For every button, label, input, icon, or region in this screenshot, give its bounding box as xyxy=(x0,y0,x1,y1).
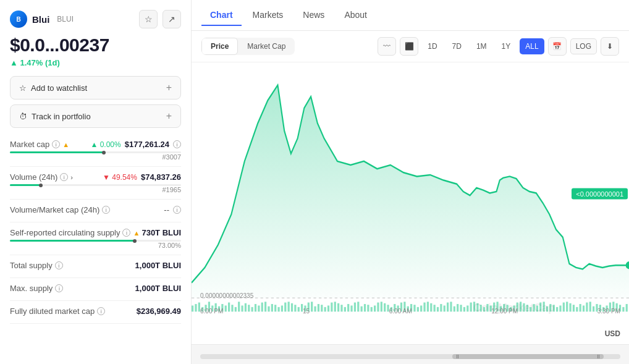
circ-supply-progress xyxy=(10,240,181,242)
volume-rank: #1965 xyxy=(10,186,181,193)
price-badge: <0.0000000001 xyxy=(572,188,628,200)
candle-chart-icon[interactable]: ⬛ xyxy=(400,37,418,56)
market-cap-rank: #3007 xyxy=(10,153,181,161)
market-cap-value: $177,261.24 xyxy=(125,140,169,149)
vol-mc-info-icon[interactable]: i xyxy=(102,206,110,214)
time-1y[interactable]: 1Y xyxy=(496,38,517,54)
right-panel: Chart Markets News About Price Market Ca… xyxy=(192,0,629,364)
portfolio-plus-icon: + xyxy=(166,111,172,122)
fdmc-row: Fully diluted market cap i $236,969.49 xyxy=(10,301,181,324)
top-nav: Chart Markets News About xyxy=(192,0,629,31)
download-icon[interactable]: ⬇ xyxy=(601,37,619,56)
calendar-icon[interactable]: 📅 xyxy=(548,37,567,56)
portfolio-icon: ⏱ xyxy=(19,112,27,121)
price-change: ▲ 1.47% (1d) xyxy=(10,58,181,67)
chart-area: <0.0000000001 0.00000000002335 CoinMarke… xyxy=(192,62,629,364)
axis-label: 0.00000000002335 xyxy=(200,292,253,299)
chart-area-fill xyxy=(192,85,629,298)
log-button[interactable]: LOG xyxy=(570,38,597,54)
portfolio-label: Track in portfolio xyxy=(32,112,91,121)
scrollbar-right-handle[interactable]: ⏸ xyxy=(596,353,601,360)
coin-symbol: BLUI xyxy=(57,15,74,23)
volume-change: ▼ 49.54% xyxy=(103,173,137,182)
time-1m[interactable]: 1M xyxy=(471,38,492,54)
max-supply-info[interactable]: i xyxy=(55,284,63,292)
time-label-2: 6:00 AM xyxy=(389,308,412,315)
time-label-0: 6:00 PM xyxy=(200,308,223,315)
time-7d[interactable]: 7D xyxy=(447,38,467,54)
tab-markets[interactable]: Markets xyxy=(244,5,292,26)
scrollbar-track: ⏸ ⏸ xyxy=(200,354,620,359)
price-tab[interactable]: Price xyxy=(201,38,238,55)
total-supply-label: Total supply i xyxy=(10,261,63,270)
vol-mc-value: -- xyxy=(164,205,169,214)
left-panel: B Blui BLUI ☆ ↗ $0.0...00237 ▲ 1.47% (1d… xyxy=(0,0,192,364)
watchlist-icon: ☆ xyxy=(19,83,27,93)
volume-market-cap-row: Volume/Market cap (24h) i -- i xyxy=(10,200,181,222)
max-supply-label: Max. supply i xyxy=(10,284,63,293)
usd-label: USD xyxy=(605,329,620,338)
volume-info-icon[interactable]: i xyxy=(60,173,68,181)
coin-header: B Blui BLUI ☆ ↗ xyxy=(10,10,181,28)
scrollbar-left-handle[interactable]: ⏸ xyxy=(455,353,460,360)
market-cap-change: ▲ 0.00% xyxy=(90,140,120,149)
time-label-4: 3:30 PM xyxy=(597,308,620,315)
circ-supply-info[interactable]: i xyxy=(122,229,130,237)
price-display: $0.0...00237 xyxy=(10,35,181,56)
circ-supply-percent: 73.00% xyxy=(10,242,181,249)
circ-supply-warn: ▲ xyxy=(133,229,140,237)
volume-progress xyxy=(10,184,181,186)
watchlist-label: Add to watchlist xyxy=(31,83,87,93)
track-in-portfolio-button[interactable]: ⏱ Track in portfolio + xyxy=(10,104,181,128)
price-marketcap-toggle: Price Market Cap xyxy=(201,38,295,55)
fdmc-value: $236,969.49 xyxy=(137,307,181,316)
market-cap-row: Market cap i ▲ ▲ 0.00% $177,261.24 i #30… xyxy=(10,134,181,167)
scrollbar-thumb[interactable]: ⏸ ⏸ xyxy=(452,354,604,359)
coin-name: Blui xyxy=(32,14,49,25)
total-supply-info[interactable]: i xyxy=(55,261,63,269)
total-supply-value: 1,000T BLUI xyxy=(135,261,181,270)
chart-scrollbar[interactable]: ⏸ ⏸ xyxy=(192,344,629,364)
time-labels: 6:00 PM 15 6:00 AM 12:00 PM 3:30 PM xyxy=(192,308,629,315)
market-cap-info-icon[interactable]: i xyxy=(52,140,60,148)
coin-identity: B Blui BLUI xyxy=(10,11,74,28)
market-cap-tab[interactable]: Market Cap xyxy=(238,38,295,55)
max-supply-value: 1,000T BLUI xyxy=(135,284,181,293)
share-button[interactable]: ↗ xyxy=(163,10,181,28)
fdmc-info[interactable]: i xyxy=(97,307,105,315)
tab-about[interactable]: About xyxy=(336,5,376,26)
circulating-supply-row: Self-reported circulating supply i ▲ 730… xyxy=(10,222,181,255)
max-supply-row: Max. supply i 1,000T BLUI xyxy=(10,278,181,301)
market-cap-warn-icon: ▲ xyxy=(62,141,69,148)
price-badge-wrapper: <0.0000000001 xyxy=(572,189,628,198)
coin-actions: ☆ ↗ xyxy=(139,10,181,28)
volume-label: Volume (24h) i › xyxy=(10,172,73,182)
market-cap-progress xyxy=(10,151,181,153)
vol-mc-value-info[interactable]: i xyxy=(173,206,181,214)
circ-supply-label: Self-reported circulating supply i ▲ xyxy=(10,228,140,237)
circ-supply-value: 730T BLUI xyxy=(141,228,181,237)
vol-mc-label: Volume/Market cap (24h) i xyxy=(10,205,110,214)
tab-news[interactable]: News xyxy=(294,5,333,26)
time-label-1: 15 xyxy=(303,308,310,315)
time-label-3: 12:00 PM xyxy=(491,308,518,315)
plus-icon: + xyxy=(166,82,172,93)
total-supply-row: Total supply i 1,000T BLUI xyxy=(10,255,181,278)
add-to-watchlist-button[interactable]: ☆ Add to watchlist + xyxy=(10,76,181,99)
star-button[interactable]: ☆ xyxy=(139,10,158,28)
time-all[interactable]: ALL xyxy=(520,38,544,54)
time-1d[interactable]: 1D xyxy=(422,38,442,54)
volume-24h-row: Volume (24h) i › ▼ 49.54% $74,837.26 #19… xyxy=(10,167,181,200)
coin-logo: B xyxy=(10,11,27,28)
volume-chevron[interactable]: › xyxy=(70,174,73,181)
market-cap-label: Market cap i ▲ xyxy=(10,140,69,149)
chart-toolbar: Price Market Cap 〰 ⬛ 1D 7D 1M 1Y ALL 📅 L… xyxy=(192,31,629,62)
chart-svg-wrapper: <0.0000000001 0.00000000002335 CoinMarke… xyxy=(192,62,629,364)
fdmc-label: Fully diluted market cap i xyxy=(10,307,105,316)
price-chart-svg xyxy=(192,62,629,321)
tab-chart[interactable]: Chart xyxy=(201,5,242,26)
stats-section: Market cap i ▲ ▲ 0.00% $177,261.24 i #30… xyxy=(10,134,181,324)
line-chart-icon[interactable]: 〰 xyxy=(378,37,396,56)
market-cap-value-info[interactable]: i xyxy=(173,140,181,148)
volume-value: $74,837.26 xyxy=(141,172,181,182)
